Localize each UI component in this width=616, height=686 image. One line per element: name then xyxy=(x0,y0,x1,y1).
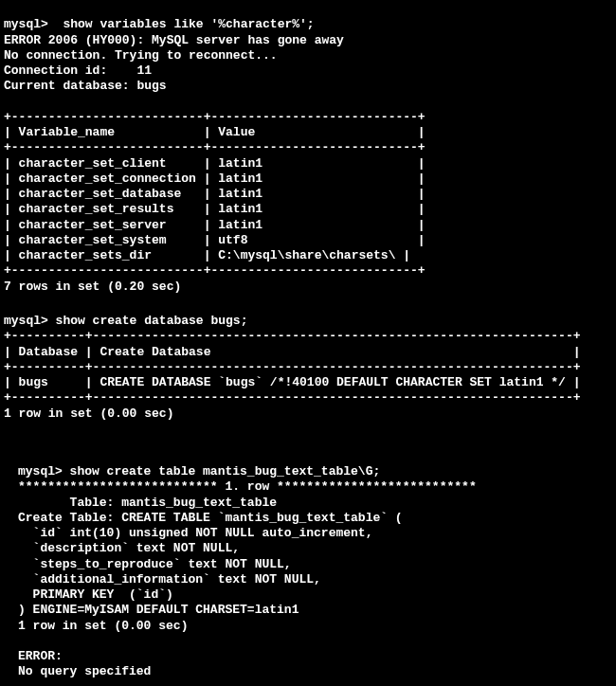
table-row: | character_set_results | latin1 | xyxy=(4,202,426,216)
mysql-prompt-line: mysql> show create table mantis_bug_text… xyxy=(18,464,380,478)
mysql-prompt-line: mysql> show variables like '%character%'… xyxy=(4,17,315,31)
create-table-line: `id` int(10) unsigned NOT NULL auto_incr… xyxy=(18,526,372,540)
table-border: +----------+----------------------------… xyxy=(4,390,581,405)
table-name-line: Table: mantis_bug_text_table xyxy=(18,496,277,510)
table-row: | character_set_client | latin1 | xyxy=(4,156,426,171)
result-line: 7 rows in set (0.20 sec) xyxy=(4,280,181,294)
row-header: *************************** 1. row *****… xyxy=(18,479,477,494)
table-border: +----------+----------------------------… xyxy=(4,360,581,374)
table-border: +--------------------------+------------… xyxy=(4,110,426,124)
create-table-line: `steps_to_reproduce` text NOT NULL, xyxy=(18,557,292,571)
result-line: 1 row in set (0.00 sec) xyxy=(4,406,173,421)
current-db-line: Current database: bugs xyxy=(4,79,167,93)
table-row: | bugs | CREATE DATABASE `bugs` /*!40100… xyxy=(4,375,581,389)
table-border: +--------------------------+------------… xyxy=(4,263,426,278)
terminal-section-3: mysql> show create table mantis_bug_text… xyxy=(14,447,516,686)
table-border: +--------------------------+------------… xyxy=(4,140,426,154)
table-row: | character_set_system | utf8 | xyxy=(4,233,426,247)
error-line: ERROR: xyxy=(18,649,63,663)
table-header: | Variable_name | Value | xyxy=(4,125,426,139)
terminal-section-1: mysql> show variables like '%character%'… xyxy=(0,0,464,297)
error-message: No query specified xyxy=(18,664,151,678)
reconnect-line: No connection. Trying to reconnect... xyxy=(4,48,278,63)
connection-id-line: Connection id: 11 xyxy=(4,63,152,78)
table-header: | Database | Create Database | xyxy=(4,345,581,359)
terminal-section-2: mysql> show create database bugs; +-----… xyxy=(0,297,597,424)
create-table-line: Create Table: CREATE TABLE `mantis_bug_t… xyxy=(18,511,403,525)
table-row: | character_set_database | latin1 | xyxy=(4,187,426,201)
error-line: ERROR 2006 (HY000): MySQL server has gon… xyxy=(4,33,344,47)
table-row: | character_set_connection | latin1 | xyxy=(4,172,426,186)
table-border: +----------+----------------------------… xyxy=(4,329,581,343)
mysql-prompt-line: mysql> show create database bugs; xyxy=(4,314,247,328)
create-table-line: `description` text NOT NULL, xyxy=(18,541,240,555)
create-table-line: ) ENGINE=MyISAM DEFAULT CHARSET=latin1 xyxy=(18,603,299,617)
create-table-line: PRIMARY KEY (`id`) xyxy=(18,587,173,602)
table-row: | character_set_server | latin1 | xyxy=(4,218,426,232)
create-table-line: `additional_information` text NOT NULL, xyxy=(18,572,321,587)
result-line: 1 row in set (0.00 sec) xyxy=(18,619,188,633)
table-row: | character_sets_dir | C:\mysql\share\ch… xyxy=(4,248,410,262)
